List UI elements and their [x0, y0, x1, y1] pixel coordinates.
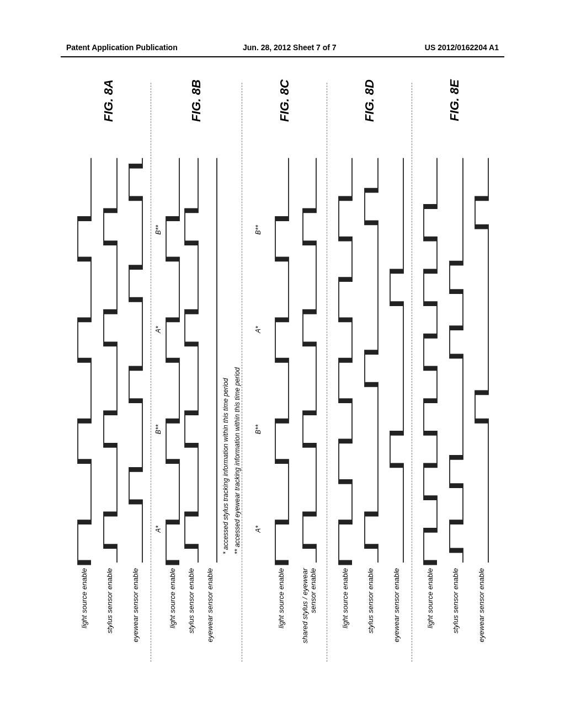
- signal-label: eyewear sensor enable: [478, 563, 486, 662]
- signal-waveform: [337, 158, 354, 563]
- annotation: A*: [154, 326, 162, 333]
- signal-row: eyewear sensor enable: [202, 158, 218, 662]
- signal-row: light source enable: [422, 158, 439, 662]
- signal-row: eyewear sensor enable: [388, 158, 405, 662]
- signal-waveform: [127, 158, 144, 563]
- signal-row: eyewear sensor enable: [127, 158, 144, 662]
- annotation: B**: [254, 225, 262, 234]
- signal-label: stylus sensor enable: [188, 563, 195, 662]
- signal-waveform: [76, 158, 93, 563]
- signal-label: shared stylus / eyewear sensor enable: [301, 563, 317, 662]
- signal-label: eyewear sensor enable: [206, 563, 214, 662]
- signal-rows: A*B**A*B**light source enablestylus sens…: [154, 158, 242, 662]
- annotation: B**: [154, 225, 162, 234]
- signal-label: eyewear sensor enable: [132, 563, 140, 662]
- annotation: A*: [254, 526, 262, 533]
- figure-label: FIG. 8D: [363, 79, 377, 122]
- doc-id-label: US 2012/0162204 A1: [425, 43, 499, 52]
- figure-label: FIG. 8B: [189, 79, 204, 122]
- date-page-label: Jun. 28, 2012 Sheet 7 of 7: [243, 43, 337, 52]
- signal-row: stylus sensor enable: [448, 158, 465, 662]
- signal-row: light source enable: [274, 158, 290, 662]
- signal-label: light source enable: [427, 563, 434, 662]
- signal-rows: A*B**A*B**light source enableshared styl…: [246, 158, 327, 662]
- annotation: B**: [154, 425, 162, 434]
- signal-waveform: [422, 158, 439, 563]
- drawing-sheet: FIG. 8Alight source enablestylus sensor …: [66, 83, 497, 662]
- annotation: A*: [254, 326, 262, 333]
- annotation-row: A*B**A*B**: [254, 158, 262, 558]
- signal-label: stylus sensor enable: [367, 563, 375, 662]
- signal-row: light source enable: [337, 158, 354, 662]
- figure-panel-8C: FIG. 8CA*B**A*B**light source enableshar…: [242, 83, 327, 662]
- legend-note: * accessed stylus tracking information w…: [222, 158, 230, 555]
- annotation-row: A*B**A*B**: [154, 158, 162, 558]
- signal-row: stylus sensor enable: [363, 158, 380, 662]
- signal-label: light source enable: [169, 563, 177, 662]
- signal-label: light source enable: [342, 563, 349, 662]
- signal-waveform: [301, 158, 318, 563]
- figure-panel-8A: FIG. 8Alight source enablestylus sensor …: [66, 83, 151, 662]
- signal-rows: light source enablestylus sensor enablee…: [331, 158, 412, 662]
- figure-label: FIG. 8A: [102, 79, 116, 122]
- publication-label: Patent Application Publication: [66, 43, 178, 52]
- signal-label: stylus sensor enable: [452, 563, 460, 662]
- figure-panel-8D: FIG. 8Dlight source enablestylus sensor …: [327, 83, 412, 662]
- signal-waveform: [388, 158, 405, 563]
- signal-rows: light source enablestylus sensor enablee…: [70, 158, 151, 662]
- signal-waveform: [183, 158, 200, 563]
- annotation: B**: [254, 425, 262, 434]
- signal-waveform: [202, 158, 218, 563]
- signal-label: eyewear sensor enable: [393, 563, 401, 662]
- figure-panel-8B: FIG. 8BA*B**A*B**light source enablestyl…: [151, 83, 242, 662]
- signal-row: shared stylus / eyewear sensor enable: [301, 158, 318, 662]
- annotation: A*: [154, 526, 162, 533]
- header-rule: [61, 56, 504, 57]
- figure-panel-8E: FIG. 8Elight source enablestylus sensor …: [412, 83, 497, 662]
- signal-waveform: [164, 158, 181, 563]
- signal-waveform: [448, 158, 465, 563]
- signal-waveform: [102, 158, 119, 563]
- signal-waveform: [274, 158, 290, 563]
- rotated-figure-block: FIG. 8Alight source enablestylus sensor …: [66, 83, 497, 662]
- figure-label: FIG. 8C: [278, 79, 292, 122]
- signal-label: light source enable: [278, 563, 285, 662]
- signal-waveform: [473, 158, 490, 563]
- signal-label: stylus sensor enable: [106, 563, 114, 662]
- legend-note: ** accessed eyewear tracking information…: [233, 158, 242, 555]
- signal-row: eyewear sensor enable: [473, 158, 490, 662]
- signal-rows: light source enablestylus sensor enablee…: [415, 158, 497, 662]
- signal-row: stylus sensor enable: [102, 158, 119, 662]
- signal-row: light source enable: [76, 158, 93, 662]
- signal-row: light source enable: [164, 158, 181, 662]
- figure-panels: FIG. 8Alight source enablestylus sensor …: [66, 83, 497, 662]
- signal-label: light source enable: [81, 563, 88, 662]
- signal-waveform: [363, 158, 380, 563]
- signal-row: stylus sensor enable: [183, 158, 200, 662]
- figure-label: FIG. 8E: [447, 79, 462, 121]
